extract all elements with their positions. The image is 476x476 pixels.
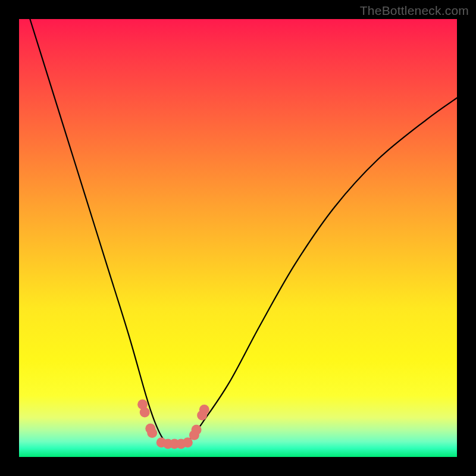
plot-area bbox=[19, 19, 457, 457]
chart-svg bbox=[19, 19, 457, 457]
highlight-dot bbox=[192, 425, 202, 435]
highlight-dot bbox=[147, 428, 157, 438]
highlight-dots bbox=[137, 399, 209, 449]
watermark-text: TheBottleneck.com bbox=[360, 4, 469, 18]
highlight-dot bbox=[199, 405, 209, 415]
highlight-dot bbox=[140, 407, 150, 417]
bottleneck-curve bbox=[19, 0, 457, 444]
outer-frame: TheBottleneck.com bbox=[0, 0, 476, 476]
